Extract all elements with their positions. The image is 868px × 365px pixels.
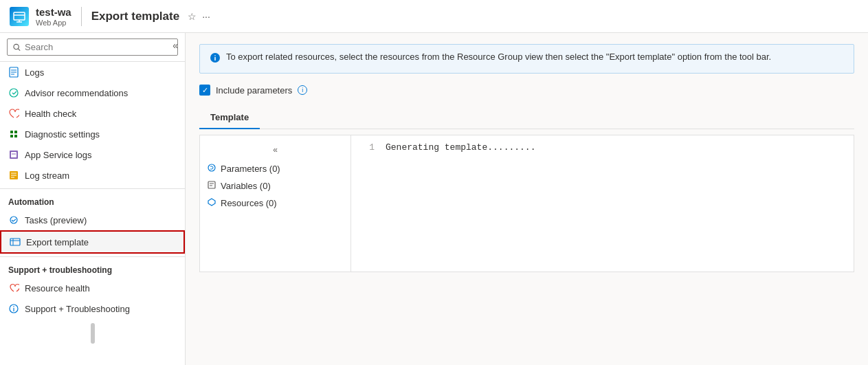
svg-point-32 <box>208 164 215 171</box>
logs-icon <box>8 67 19 78</box>
resources-icon <box>207 197 216 209</box>
include-params-label: Include parameters <box>216 85 292 96</box>
sidebar-item-resource-health[interactable]: Resource health <box>0 278 185 298</box>
app-icon-container <box>8 5 30 27</box>
app-icon <box>10 7 29 26</box>
app-header: test-wa Web App Export template ☆ ··· <box>0 0 868 33</box>
svg-rect-13 <box>10 135 13 137</box>
sidebar-item-tasks[interactable]: Tasks (preview) <box>0 210 185 230</box>
tree-item-label: Variables (0) <box>221 181 271 191</box>
tabs-bar: Template <box>199 107 854 129</box>
include-params-row: ✓ Include parameters i <box>199 85 854 96</box>
svg-rect-33 <box>208 181 215 188</box>
sidebar-item-label: Support + Troubleshooting <box>25 304 130 314</box>
tree-item-label: Parameters (0) <box>221 164 280 174</box>
tree-item-resources[interactable]: Resources (0) <box>207 195 344 212</box>
sidebar-search-container: « <box>0 33 185 62</box>
tree-collapse-btn[interactable]: « <box>207 142 344 157</box>
info-banner: To export related resources, select the … <box>199 44 854 74</box>
tree-item-label: Resources (0) <box>221 198 277 208</box>
favorite-star-icon[interactable]: ☆ <box>188 11 197 22</box>
template-code: 1 Generating template......... <box>351 135 854 272</box>
svg-rect-12 <box>14 131 17 133</box>
health-check-icon <box>8 108 19 119</box>
svg-point-10 <box>10 89 18 97</box>
code-line-1: 1 Generating template......... <box>361 142 844 153</box>
sidebar-item-label: Log stream <box>25 170 69 181</box>
svg-rect-23 <box>10 239 20 245</box>
variables-icon <box>207 180 216 192</box>
sidebar-scroll-area: Logs Advisor recommendations Health chec… <box>0 62 185 365</box>
template-area: « Parameters (0) Variables (0) <box>199 135 854 272</box>
search-box[interactable] <box>7 38 178 56</box>
sidebar-item-diagnostic[interactable]: Diagnostic settings <box>0 124 185 144</box>
sidebar-item-label: Export template <box>26 237 89 247</box>
svg-rect-14 <box>14 135 17 137</box>
sidebar-item-app-service-logs[interactable]: App Service logs <box>0 144 185 165</box>
main-layout: « Logs Advisor recommendations Healt <box>0 33 868 365</box>
page-title: Export template <box>91 10 179 23</box>
content-inner: To export related resources, select the … <box>186 33 868 365</box>
tasks-icon <box>8 214 19 225</box>
search-input[interactable] <box>25 42 172 52</box>
advisor-icon <box>8 87 19 98</box>
log-stream-icon <box>8 170 19 181</box>
main-content: To export related resources, select the … <box>186 33 868 365</box>
sidebar-item-label: Health check <box>25 109 76 119</box>
svg-line-5 <box>18 48 20 50</box>
sidebar-item-label: App Service logs <box>25 150 92 160</box>
scroll-indicator <box>0 319 185 348</box>
sidebar: « Logs Advisor recommendations Healt <box>0 33 186 365</box>
info-banner-text: To export related resources, select the … <box>226 52 771 62</box>
export-template-icon <box>10 236 21 247</box>
sidebar-item-label: Advisor recommendations <box>25 88 128 98</box>
svg-rect-0 <box>14 12 25 20</box>
sidebar-item-logs[interactable]: Logs <box>0 62 185 82</box>
sidebar-item-health-check[interactable]: Health check <box>0 103 185 124</box>
svg-point-22 <box>10 217 17 223</box>
svg-point-4 <box>14 44 19 49</box>
sidebar-item-log-stream[interactable]: Log stream <box>0 165 185 186</box>
svg-rect-11 <box>10 131 13 133</box>
line-number: 1 <box>361 142 375 153</box>
tab-template[interactable]: Template <box>199 107 260 129</box>
more-options-icon[interactable]: ··· <box>202 11 210 22</box>
parameters-icon <box>207 163 216 175</box>
template-tree: « Parameters (0) Variables (0) <box>200 135 351 272</box>
support-troubleshooting-icon <box>8 303 19 314</box>
sidebar-item-advisor[interactable]: Advisor recommendations <box>0 82 185 103</box>
svg-point-31 <box>214 55 216 56</box>
section-support: Support + troubleshooting <box>0 256 185 278</box>
resource-name: test-wa <box>36 6 71 18</box>
section-automation: Automation <box>0 188 185 210</box>
diagnostic-icon <box>8 129 19 140</box>
include-params-checkbox[interactable]: ✓ <box>199 85 210 96</box>
app-service-logs-icon <box>8 149 19 160</box>
sidebar-search-area <box>0 33 185 62</box>
line-content: Generating template......... <box>386 142 535 153</box>
sidebar-item-label: Diagnostic settings <box>25 129 100 140</box>
sidebar-item-label: Resource health <box>25 283 90 294</box>
search-icon <box>13 43 21 52</box>
resource-type: Web App <box>36 19 71 27</box>
include-params-info-icon[interactable]: i <box>298 85 307 95</box>
sidebar-item-export-template[interactable]: Export template <box>0 230 185 254</box>
sidebar-collapse-btn[interactable]: « <box>173 40 178 51</box>
header-divider <box>81 7 82 26</box>
sidebar-item-label: Logs <box>25 67 44 78</box>
tree-item-parameters[interactable]: Parameters (0) <box>207 160 344 177</box>
sidebar-item-support-troubleshooting[interactable]: Support + Troubleshooting <box>0 298 185 319</box>
svg-point-28 <box>13 306 14 307</box>
sidebar-item-label: Tasks (preview) <box>25 215 87 225</box>
resource-health-icon <box>8 283 19 294</box>
svg-rect-16 <box>11 152 16 157</box>
header-resource-info: test-wa Web App <box>36 6 71 27</box>
info-banner-icon <box>210 52 221 66</box>
tree-item-variables[interactable]: Variables (0) <box>207 177 344 195</box>
